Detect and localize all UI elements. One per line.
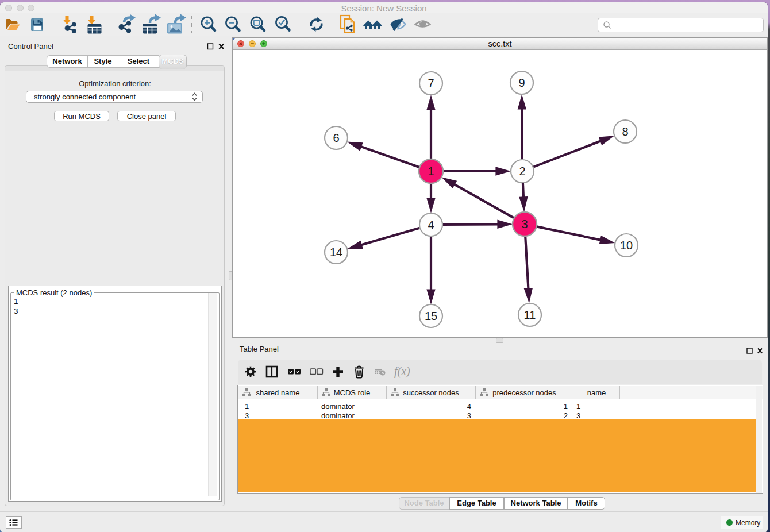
- svg-text:9: 9: [518, 76, 525, 89]
- svg-text:f(x): f(x): [394, 365, 410, 378]
- svg-text:3: 3: [521, 218, 528, 230]
- svg-text:11: 11: [524, 309, 536, 321]
- svg-text:2: 2: [519, 165, 525, 178]
- svg-text:15: 15: [425, 310, 437, 322]
- svg-text:1: 1: [428, 165, 434, 178]
- svg-text:7: 7: [428, 77, 434, 90]
- svg-text:4: 4: [428, 218, 434, 231]
- svg-text:8: 8: [622, 125, 628, 138]
- svg-text:14: 14: [330, 246, 342, 259]
- svg-text:10: 10: [620, 239, 633, 252]
- svg-text:6: 6: [333, 132, 339, 144]
